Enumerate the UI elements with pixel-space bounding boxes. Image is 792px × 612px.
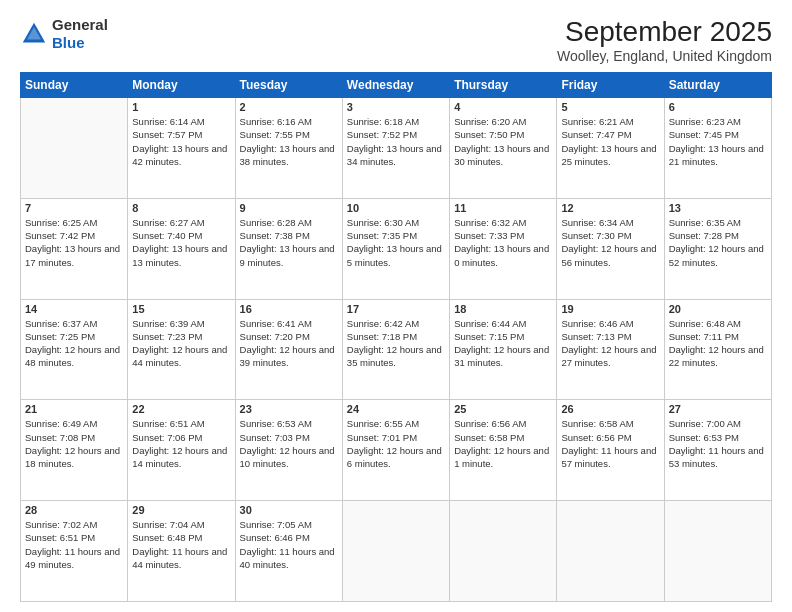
cell-content: Sunrise: 6:48 AMSunset: 7:11 PMDaylight:… — [669, 317, 767, 370]
daylight: Daylight: 13 hours and 25 minutes. — [561, 143, 656, 167]
sunset: Sunset: 6:58 PM — [454, 432, 524, 443]
header: General Blue September 2025 Woolley, Eng… — [20, 16, 772, 64]
month-title: September 2025 — [557, 16, 772, 48]
daylight: Daylight: 13 hours and 42 minutes. — [132, 143, 227, 167]
daylight: Daylight: 12 hours and 39 minutes. — [240, 344, 335, 368]
daylight: Daylight: 12 hours and 56 minutes. — [561, 243, 656, 267]
calendar-cell — [450, 501, 557, 602]
sunset: Sunset: 7:23 PM — [132, 331, 202, 342]
sunrise: Sunrise: 7:05 AM — [240, 519, 312, 530]
day-number: 27 — [669, 403, 767, 415]
day-number: 23 — [240, 403, 338, 415]
day-number: 25 — [454, 403, 552, 415]
calendar-cell: 21Sunrise: 6:49 AMSunset: 7:08 PMDayligh… — [21, 400, 128, 501]
sunset: Sunset: 7:06 PM — [132, 432, 202, 443]
day-number: 5 — [561, 101, 659, 113]
calendar-cell: 13Sunrise: 6:35 AMSunset: 7:28 PMDayligh… — [664, 198, 771, 299]
cell-content: Sunrise: 6:46 AMSunset: 7:13 PMDaylight:… — [561, 317, 659, 370]
calendar-cell: 19Sunrise: 6:46 AMSunset: 7:13 PMDayligh… — [557, 299, 664, 400]
day-number: 10 — [347, 202, 445, 214]
location: Woolley, England, United Kingdom — [557, 48, 772, 64]
calendar-cell: 20Sunrise: 6:48 AMSunset: 7:11 PMDayligh… — [664, 299, 771, 400]
daylight: Daylight: 12 hours and 22 minutes. — [669, 344, 764, 368]
daylight: Daylight: 12 hours and 14 minutes. — [132, 445, 227, 469]
daylight: Daylight: 11 hours and 40 minutes. — [240, 546, 335, 570]
daylight: Daylight: 12 hours and 27 minutes. — [561, 344, 656, 368]
day-number: 12 — [561, 202, 659, 214]
cell-content: Sunrise: 6:37 AMSunset: 7:25 PMDaylight:… — [25, 317, 123, 370]
title-block: September 2025 Woolley, England, United … — [557, 16, 772, 64]
cell-content: Sunrise: 6:35 AMSunset: 7:28 PMDaylight:… — [669, 216, 767, 269]
calendar-cell: 16Sunrise: 6:41 AMSunset: 7:20 PMDayligh… — [235, 299, 342, 400]
sunrise: Sunrise: 6:18 AM — [347, 116, 419, 127]
sunrise: Sunrise: 6:48 AM — [669, 318, 741, 329]
sunset: Sunset: 7:55 PM — [240, 129, 310, 140]
cell-content: Sunrise: 6:34 AMSunset: 7:30 PMDaylight:… — [561, 216, 659, 269]
calendar-cell: 30Sunrise: 7:05 AMSunset: 6:46 PMDayligh… — [235, 501, 342, 602]
day-number: 17 — [347, 303, 445, 315]
day-number: 4 — [454, 101, 552, 113]
day-header-monday: Monday — [128, 73, 235, 98]
sunrise: Sunrise: 6:28 AM — [240, 217, 312, 228]
calendar-cell — [557, 501, 664, 602]
week-row-5: 28Sunrise: 7:02 AMSunset: 6:51 PMDayligh… — [21, 501, 772, 602]
sunset: Sunset: 7:57 PM — [132, 129, 202, 140]
sunset: Sunset: 7:20 PM — [240, 331, 310, 342]
calendar-cell: 8Sunrise: 6:27 AMSunset: 7:40 PMDaylight… — [128, 198, 235, 299]
calendar-cell: 9Sunrise: 6:28 AMSunset: 7:38 PMDaylight… — [235, 198, 342, 299]
calendar-cell — [664, 501, 771, 602]
day-number: 30 — [240, 504, 338, 516]
day-header-wednesday: Wednesday — [342, 73, 449, 98]
cell-content: Sunrise: 6:30 AMSunset: 7:35 PMDaylight:… — [347, 216, 445, 269]
cell-content: Sunrise: 6:25 AMSunset: 7:42 PMDaylight:… — [25, 216, 123, 269]
daylight: Daylight: 13 hours and 30 minutes. — [454, 143, 549, 167]
day-number: 16 — [240, 303, 338, 315]
sunset: Sunset: 7:45 PM — [669, 129, 739, 140]
cell-content: Sunrise: 6:32 AMSunset: 7:33 PMDaylight:… — [454, 216, 552, 269]
sunrise: Sunrise: 6:27 AM — [132, 217, 204, 228]
daylight: Daylight: 13 hours and 5 minutes. — [347, 243, 442, 267]
calendar-cell: 1Sunrise: 6:14 AMSunset: 7:57 PMDaylight… — [128, 98, 235, 199]
sunset: Sunset: 7:40 PM — [132, 230, 202, 241]
cell-content: Sunrise: 7:05 AMSunset: 6:46 PMDaylight:… — [240, 518, 338, 571]
sunrise: Sunrise: 6:35 AM — [669, 217, 741, 228]
calendar-cell: 18Sunrise: 6:44 AMSunset: 7:15 PMDayligh… — [450, 299, 557, 400]
calendar-cell: 15Sunrise: 6:39 AMSunset: 7:23 PMDayligh… — [128, 299, 235, 400]
sunset: Sunset: 6:56 PM — [561, 432, 631, 443]
cell-content: Sunrise: 6:55 AMSunset: 7:01 PMDaylight:… — [347, 417, 445, 470]
daylight: Daylight: 12 hours and 52 minutes. — [669, 243, 764, 267]
day-number: 19 — [561, 303, 659, 315]
day-number: 15 — [132, 303, 230, 315]
day-number: 20 — [669, 303, 767, 315]
sunrise: Sunrise: 6:14 AM — [132, 116, 204, 127]
sunset: Sunset: 6:53 PM — [669, 432, 739, 443]
daylight: Daylight: 13 hours and 17 minutes. — [25, 243, 120, 267]
sunrise: Sunrise: 6:20 AM — [454, 116, 526, 127]
sunset: Sunset: 7:08 PM — [25, 432, 95, 443]
logo-blue: Blue — [52, 34, 108, 52]
sunrise: Sunrise: 6:25 AM — [25, 217, 97, 228]
calendar-cell — [342, 501, 449, 602]
week-row-2: 7Sunrise: 6:25 AMSunset: 7:42 PMDaylight… — [21, 198, 772, 299]
cell-content: Sunrise: 6:51 AMSunset: 7:06 PMDaylight:… — [132, 417, 230, 470]
daylight: Daylight: 12 hours and 35 minutes. — [347, 344, 442, 368]
day-number: 9 — [240, 202, 338, 214]
calendar-cell: 22Sunrise: 6:51 AMSunset: 7:06 PMDayligh… — [128, 400, 235, 501]
sunset: Sunset: 7:13 PM — [561, 331, 631, 342]
calendar-cell: 6Sunrise: 6:23 AMSunset: 7:45 PMDaylight… — [664, 98, 771, 199]
calendar-cell: 11Sunrise: 6:32 AMSunset: 7:33 PMDayligh… — [450, 198, 557, 299]
daylight: Daylight: 12 hours and 18 minutes. — [25, 445, 120, 469]
cell-content: Sunrise: 6:28 AMSunset: 7:38 PMDaylight:… — [240, 216, 338, 269]
sunrise: Sunrise: 6:32 AM — [454, 217, 526, 228]
calendar-cell: 3Sunrise: 6:18 AMSunset: 7:52 PMDaylight… — [342, 98, 449, 199]
daylight: Daylight: 12 hours and 6 minutes. — [347, 445, 442, 469]
daylight: Daylight: 12 hours and 44 minutes. — [132, 344, 227, 368]
sunset: Sunset: 7:33 PM — [454, 230, 524, 241]
daylight: Daylight: 13 hours and 9 minutes. — [240, 243, 335, 267]
day-number: 22 — [132, 403, 230, 415]
week-row-3: 14Sunrise: 6:37 AMSunset: 7:25 PMDayligh… — [21, 299, 772, 400]
sunset: Sunset: 7:47 PM — [561, 129, 631, 140]
sunset: Sunset: 7:28 PM — [669, 230, 739, 241]
week-row-1: 1Sunrise: 6:14 AMSunset: 7:57 PMDaylight… — [21, 98, 772, 199]
sunrise: Sunrise: 6:53 AM — [240, 418, 312, 429]
